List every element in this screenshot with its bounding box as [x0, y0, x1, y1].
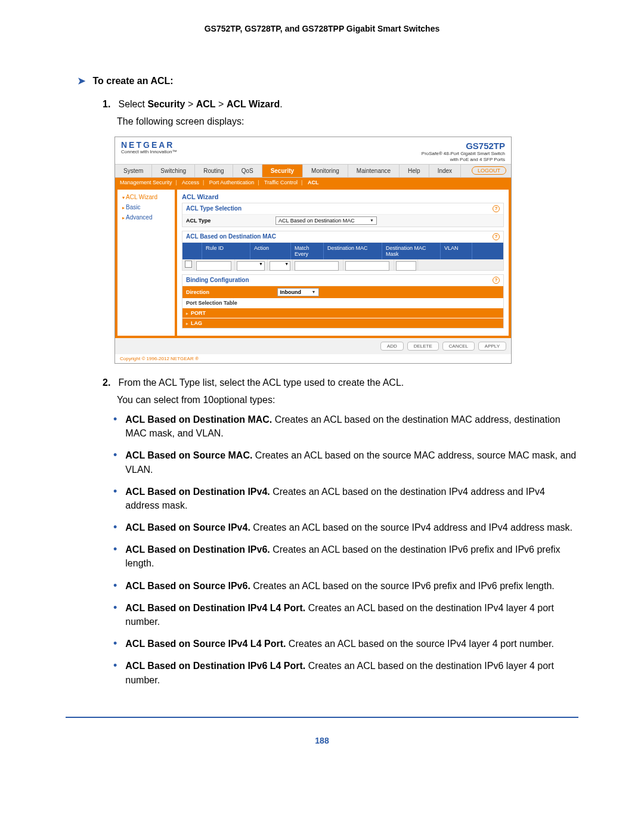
logout-button[interactable]: LOGOUT — [472, 166, 506, 175]
subnav-mgmt-security[interactable]: Management Security — [120, 179, 172, 185]
delete-button[interactable]: DELETE — [407, 342, 439, 351]
chevron-down-icon: ▼ — [312, 290, 316, 294]
bullet-text: ACL Based on Source IPv4. Creates an ACL… — [125, 521, 578, 534]
help-icon[interactable]: ? — [493, 277, 500, 284]
port-selection-label: Port Selection Table — [182, 298, 503, 308]
col-dest-mac-mask: Destination MAC Mask — [382, 243, 441, 259]
port-row[interactable]: ▸PORT — [182, 308, 503, 318]
list-item: •ACL Based on Destination IPv6 L4 Port. … — [113, 659, 578, 686]
sep2: > — [216, 99, 227, 109]
cancel-button[interactable]: CANCEL — [442, 342, 475, 351]
acl-types-list: •ACL Based on Destination MAC. Creates a… — [113, 413, 578, 687]
help-icon[interactable]: ? — [493, 233, 500, 240]
bullet-text: ACL Based on Destination IPv4. Creates a… — [125, 485, 578, 512]
match-every-select[interactable]: ▼ — [270, 261, 290, 271]
step-1: 1. Select Security > ACL > ACL Wizard. T… — [103, 97, 578, 128]
bullet-icon: • — [113, 414, 117, 440]
nav-acl: ACL — [196, 99, 216, 109]
procedure-heading: ➤ To create an ACL: — [78, 75, 578, 86]
copyright: Copyright © 1996-2012 NETGEAR ® — [115, 354, 511, 363]
rule-id-input[interactable] — [196, 261, 231, 271]
step1-prefix: Select — [118, 99, 147, 109]
acl-type-label: ACL Type — [186, 218, 275, 224]
button-bar: ADD DELETE CANCEL APPLY — [115, 338, 511, 354]
help-icon[interactable]: ? — [493, 205, 500, 212]
vlan-input[interactable] — [396, 261, 416, 271]
step-2: 2. From the ACL Type list, select the AC… — [103, 376, 578, 407]
bullet-icon: • — [113, 450, 117, 476]
subnav-acl[interactable]: ACL — [308, 179, 319, 185]
bullet-icon: • — [113, 660, 117, 686]
procedure-title: To create an ACL: — [92, 76, 173, 86]
dest-mac-input[interactable] — [295, 261, 339, 271]
netgear-logo: NETGEAR — [121, 141, 177, 149]
bullet-text: ACL Based on Destination IPv6 L4 Port. C… — [125, 659, 578, 686]
tab-routing[interactable]: Routing — [195, 165, 233, 177]
acl-type-value: ACL Based on Destination MAC — [278, 218, 355, 224]
tab-help[interactable]: Help — [400, 165, 429, 177]
model-desc1: ProSafe® 48-Port Gigabit Smart Switch — [422, 151, 505, 157]
model-name: GS752TP — [422, 141, 505, 151]
bullet-icon: • — [113, 522, 117, 534]
direction-select[interactable]: Inbound ▼ — [277, 288, 319, 296]
sep1: > — [185, 99, 196, 109]
tab-qos[interactable]: QoS — [233, 165, 262, 177]
table-header: Rule ID Action Match Every Destination M… — [182, 243, 503, 259]
add-button[interactable]: ADD — [380, 342, 404, 351]
col-action: Action — [250, 243, 291, 259]
list-item: •ACL Based on Destination IPv4. Creates … — [113, 485, 578, 512]
list-item: •ACL Based on Destination MAC. Creates a… — [113, 413, 578, 440]
content-title: ACL Wizard — [182, 193, 504, 200]
side-acl-wizard[interactable]: ▾ACL Wizard — [117, 192, 175, 202]
tab-maintenance[interactable]: Maintenance — [348, 165, 400, 177]
col-vlan: VLAN — [441, 243, 472, 259]
acl-type-select[interactable]: ACL Based on Destination MAC ▼ — [275, 216, 377, 225]
dest-mac-mask-input[interactable] — [345, 261, 389, 271]
subnav-traffic-control[interactable]: Traffic Control — [264, 179, 298, 185]
col-dest-mac: Destination MAC — [324, 243, 382, 259]
list-item: •ACL Based on Source IPv6. Creates an AC… — [113, 579, 578, 593]
side-advanced[interactable]: ▸Advanced — [117, 212, 175, 222]
footer-rule — [66, 717, 578, 718]
bullet-icon: • — [113, 486, 117, 512]
bullet-icon: • — [113, 580, 117, 593]
col-match-every: Match Every — [291, 243, 324, 259]
bullet-text: ACL Based on Source IPv4 L4 Port. Create… — [125, 637, 578, 651]
panel-acl-type: ACL Type Selection ? ACL Type ACL Based … — [182, 203, 504, 227]
arrow-icon: ➤ — [78, 76, 85, 86]
subnav-port-auth[interactable]: Port Authentication — [209, 179, 255, 185]
subnav-access[interactable]: Access — [182, 179, 199, 185]
step2-text: From the ACL Type list, select the ACL t… — [118, 377, 404, 388]
table-row: ▼ ▼ — [182, 259, 503, 270]
list-item: •ACL Based on Destination IPv4 L4 Port. … — [113, 601, 578, 628]
screenshot-acl-wizard: NETGEAR Connect with Innovation™ GS752TP… — [114, 137, 512, 363]
lag-row[interactable]: ▸LAG — [182, 318, 503, 328]
bullet-icon: • — [113, 602, 117, 628]
tab-system[interactable]: System — [115, 165, 152, 177]
list-item: •ACL Based on Source IPv4 L4 Port. Creat… — [113, 637, 578, 651]
panel-binding: Binding Configuration ? Direction Inboun… — [182, 274, 504, 329]
tab-security[interactable]: Security — [262, 165, 303, 177]
nav-security: Security — [147, 99, 185, 109]
bullet-text: ACL Based on Destination MAC. Creates an… — [125, 413, 578, 440]
main-content: ACL Wizard ACL Type Selection ? ACL Type… — [177, 190, 509, 336]
tab-index[interactable]: Index — [429, 165, 461, 177]
side-basic[interactable]: ▸Basic — [117, 202, 175, 212]
tab-switching[interactable]: Switching — [152, 165, 195, 177]
apply-button[interactable]: APPLY — [478, 342, 506, 351]
main-tabs: System Switching Routing QoS Security Mo… — [115, 164, 511, 178]
netgear-tagline: Connect with Innovation™ — [121, 149, 177, 154]
bullet-text: ACL Based on Source IPv6. Creates an ACL… — [125, 579, 578, 593]
panel-acl-dest-mac: ACL Based on Destination MAC ? Rule ID A… — [182, 231, 504, 271]
direction-value: Inbound — [280, 289, 302, 295]
sidebar: ▾ACL Wizard ▸Basic ▸Advanced — [117, 190, 175, 336]
chevron-down-icon: ▼ — [370, 218, 374, 222]
tab-monitoring[interactable]: Monitoring — [303, 165, 348, 177]
row-checkbox[interactable] — [185, 261, 192, 268]
step-number: 1. — [103, 97, 116, 111]
doc-header: GS752TP, GS728TP, and GS728TPP Gigabit S… — [66, 24, 578, 33]
nav-acl-wizard: ACL Wizard — [227, 99, 280, 109]
list-item: •ACL Based on Destination IPv6. Creates … — [113, 543, 578, 570]
action-select[interactable]: ▼ — [237, 261, 265, 271]
step1-body: The following screen displays: — [117, 114, 578, 128]
